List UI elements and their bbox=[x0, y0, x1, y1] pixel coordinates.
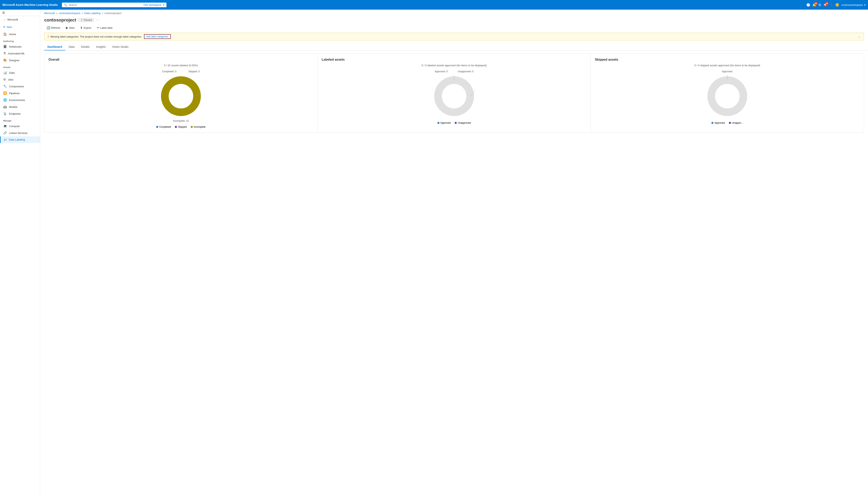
overall-svg bbox=[159, 74, 203, 118]
start-button[interactable]: ▶ Start bbox=[64, 25, 77, 30]
sidebar-item-endpoints[interactable]: 📡 Endpoints bbox=[0, 110, 40, 117]
svg-point-5 bbox=[442, 84, 466, 108]
legend-approved: Approved bbox=[438, 122, 451, 124]
sidebar-item-pipelines[interactable]: 🔀 Pipelines bbox=[0, 90, 40, 97]
warning-banner: ℹ Missing label categories: The project … bbox=[44, 33, 864, 40]
skipped-legend-label: Skipped bbox=[178, 126, 187, 128]
notifications-btn[interactable]: 🔔 23 bbox=[812, 3, 816, 7]
svg-point-9 bbox=[715, 84, 739, 108]
sidebar-item-jobs[interactable]: ⚙ Jobs bbox=[0, 76, 40, 83]
skipped-assets-card: Skipped assets 0 / 0 skipped assets appr… bbox=[591, 54, 864, 132]
breadcrumb-workspace[interactable]: contosoworkspace bbox=[59, 12, 80, 15]
automated-ml-label: Automated ML bbox=[8, 52, 25, 55]
add-categories-button[interactable]: Add label categories. bbox=[144, 34, 170, 39]
username-label: contosoworkspace bbox=[841, 3, 863, 6]
export-button[interactable]: ⬆ Export bbox=[78, 25, 94, 30]
sidebar-item-environments[interactable]: 🌐 Environments bbox=[0, 97, 40, 103]
legend-skipped-unapproved: Unappro... bbox=[729, 122, 743, 124]
legend-skipped-approved: Approved bbox=[712, 122, 725, 124]
sidebar-microsoft[interactable]: ← Microsoft bbox=[0, 16, 40, 23]
sidebar-item-models[interactable]: 🤖 Models bbox=[0, 103, 40, 110]
environments-icon: 🌐 bbox=[3, 98, 7, 102]
tab-insights[interactable]: Insights bbox=[93, 44, 109, 51]
sidebar-item-data[interactable]: 📊 Data bbox=[0, 69, 40, 76]
breadcrumb-sep3: > bbox=[102, 12, 103, 15]
skipped-unapproved-dot bbox=[729, 122, 731, 124]
skipped-unapproved-legend-label: Unappro... bbox=[732, 122, 743, 124]
components-icon: 🔧 bbox=[3, 85, 7, 88]
sidebar-item-linked-services[interactable]: 🔗 Linked Services bbox=[0, 129, 40, 136]
sidebar-item-designer[interactable]: 🎨 Designer bbox=[0, 57, 40, 63]
account-btn[interactable]: 😊 bbox=[835, 3, 839, 7]
skipped-assets-legend: Approved Unappro... bbox=[712, 122, 743, 124]
sidebar-item-automated-ml[interactable]: ⚗ Automated ML bbox=[0, 50, 40, 57]
search-workspace-label[interactable]: This workspace bbox=[143, 3, 161, 6]
page-title: contosoproject bbox=[44, 17, 76, 23]
data-labeling-label: Data Labeling bbox=[9, 138, 25, 141]
sidebar-item-components[interactable]: 🔧 Components bbox=[0, 83, 40, 90]
refresh-icon: 🔄 bbox=[47, 26, 50, 29]
search-input[interactable] bbox=[69, 3, 142, 6]
notifications-badge: 23 bbox=[814, 2, 817, 5]
clock-icon-btn[interactable]: 🕐 bbox=[806, 3, 810, 7]
home-icon: 🏠 bbox=[3, 32, 7, 36]
warning-collapse-btn[interactable]: ⌄ bbox=[858, 35, 860, 38]
breadcrumb-project: contosoproject bbox=[104, 12, 121, 15]
settings-btn[interactable]: ⚙ bbox=[818, 3, 821, 7]
app-title: Microsoft Azure Machine Learning Studio bbox=[2, 3, 58, 6]
label-data-button[interactable]: ✏ Label data bbox=[95, 25, 115, 30]
help-btn[interactable]: ❓ bbox=[829, 3, 833, 7]
incomplete-bottom-label: Incomplete: 32 bbox=[173, 119, 189, 122]
tab-dashboard[interactable]: Dashboard bbox=[44, 44, 65, 51]
search-workspace-chevron[interactable]: ▾ bbox=[163, 3, 164, 6]
sidebar: ☰ ← Microsoft + New 🏠 Home Authoring 📓 N… bbox=[0, 10, 40, 497]
sidebar-item-notebooks[interactable]: 📓 Notebooks bbox=[0, 43, 40, 50]
pause-icon: ⏸ bbox=[80, 19, 83, 22]
skipped-assets-title: Skipped assets bbox=[595, 58, 860, 61]
sidebar-new-btn[interactable]: + New bbox=[0, 23, 40, 31]
updates-btn[interactable]: 📢 14 bbox=[823, 3, 827, 7]
labeled-assets-svg bbox=[432, 74, 476, 118]
overall-chart-container: Completed: 0 Skipped: 0 bbox=[49, 70, 313, 128]
linked-services-icon: 🔗 bbox=[3, 131, 7, 135]
sidebar-item-compute[interactable]: 💻 Compute bbox=[0, 123, 40, 129]
legend-skipped: Skipped bbox=[175, 126, 187, 128]
models-icon: 🤖 bbox=[3, 105, 7, 109]
jobs-label: Jobs bbox=[8, 78, 13, 81]
data-icon: 📊 bbox=[3, 71, 7, 74]
skipped-dot bbox=[175, 126, 177, 128]
skipped-assets-donut-chart bbox=[705, 74, 749, 118]
legend-completed: Completed bbox=[156, 126, 171, 128]
search-bar[interactable]: 🔍 This workspace ▾ bbox=[62, 3, 166, 7]
breadcrumb-microsoft[interactable]: Microsoft bbox=[44, 12, 55, 15]
start-icon: ▶ bbox=[66, 26, 68, 29]
linked-services-label: Linked Services bbox=[9, 131, 28, 134]
label-data-icon: ✏ bbox=[97, 26, 99, 29]
tab-details[interactable]: Details bbox=[78, 44, 93, 51]
sidebar-item-data-labeling[interactable]: 🏷 Data Labeling bbox=[0, 136, 40, 143]
approved-dot bbox=[438, 122, 439, 124]
automated-ml-icon: ⚗ bbox=[3, 52, 6, 55]
sidebar-item-home[interactable]: 🏠 Home bbox=[0, 31, 40, 38]
toolbar: 🔄 Refresh ▶ Start ⬆ Export ✏ Label data bbox=[40, 25, 868, 33]
refresh-button[interactable]: 🔄 Refresh bbox=[44, 25, 63, 30]
user-area[interactable]: contosoworkspace ▾ bbox=[841, 3, 866, 6]
sidebar-menu-toggle[interactable]: ☰ bbox=[0, 10, 40, 16]
compute-label: Compute bbox=[9, 125, 20, 128]
overall-legend: Completed Skipped Incomplete bbox=[156, 126, 205, 128]
labeled-assets-donut-chart bbox=[432, 74, 476, 118]
updates-badge: 14 bbox=[825, 2, 828, 5]
favorite-star[interactable]: ☆ bbox=[96, 18, 99, 22]
endpoints-icon: 📡 bbox=[3, 112, 7, 115]
tab-vision-studio[interactable]: Vision Studio bbox=[109, 44, 132, 51]
skipped-approved-legend-label: Approved bbox=[714, 122, 725, 124]
approved-legend-label: Approved bbox=[440, 122, 451, 124]
back-icon: ← bbox=[3, 18, 6, 21]
breadcrumb: Microsoft > contosoworkspace > Data Labe… bbox=[40, 10, 868, 17]
breadcrumb-data-labeling[interactable]: Data Labeling bbox=[84, 12, 100, 15]
environments-label: Environments bbox=[9, 99, 25, 102]
designer-label: Designer bbox=[9, 59, 19, 62]
incomplete-legend-label: Incomplete bbox=[194, 126, 206, 128]
top-nav-right: 🕐 🔔 23 ⚙ 📢 14 ❓ 😊 contosoworkspace ▾ bbox=[806, 3, 866, 7]
tab-data[interactable]: Data bbox=[65, 44, 78, 51]
